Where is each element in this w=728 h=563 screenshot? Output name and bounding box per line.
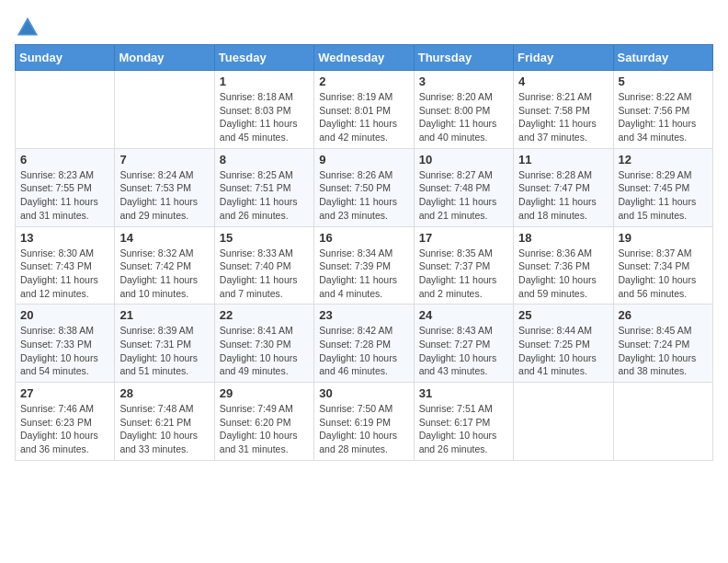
- calendar-cell: 16Sunrise: 8:34 AM Sunset: 7:39 PM Dayli…: [314, 226, 414, 304]
- calendar-cell: 7Sunrise: 8:24 AM Sunset: 7:53 PM Daylig…: [115, 148, 214, 226]
- weekday-header-friday: Friday: [514, 45, 613, 71]
- calendar-cell: 17Sunrise: 8:35 AM Sunset: 7:37 PM Dayli…: [414, 226, 513, 304]
- day-number: 12: [619, 153, 708, 167]
- day-info: Sunrise: 8:26 AM Sunset: 7:50 PM Dayligh…: [319, 168, 408, 223]
- calendar-cell: 29Sunrise: 7:49 AM Sunset: 6:20 PM Dayli…: [214, 383, 313, 461]
- day-number: 5: [619, 75, 708, 88]
- calendar-week-row: 27Sunrise: 7:46 AM Sunset: 6:23 PM Dayli…: [16, 383, 713, 461]
- weekday-header-wednesday: Wednesday: [314, 45, 414, 71]
- day-number: 10: [419, 153, 508, 167]
- calendar-cell: 5Sunrise: 8:22 AM Sunset: 7:56 PM Daylig…: [613, 71, 712, 149]
- day-number: 22: [220, 308, 309, 322]
- calendar-cell: 25Sunrise: 8:44 AM Sunset: 7:25 PM Dayli…: [514, 304, 613, 383]
- day-info: Sunrise: 8:37 AM Sunset: 7:34 PM Dayligh…: [619, 247, 708, 301]
- calendar-cell: 28Sunrise: 7:48 AM Sunset: 6:21 PM Dayli…: [115, 383, 214, 461]
- calendar-cell: 27Sunrise: 7:46 AM Sunset: 6:23 PM Dayli…: [16, 383, 115, 461]
- day-info: Sunrise: 8:30 AM Sunset: 7:43 PM Dayligh…: [20, 247, 109, 301]
- calendar-week-row: 6Sunrise: 8:23 AM Sunset: 7:55 PM Daylig…: [16, 148, 713, 226]
- calendar-cell: 15Sunrise: 8:33 AM Sunset: 7:40 PM Dayli…: [214, 226, 313, 304]
- day-info: Sunrise: 7:46 AM Sunset: 6:23 PM Dayligh…: [20, 402, 109, 456]
- calendar-cell: 4Sunrise: 8:21 AM Sunset: 7:58 PM Daylig…: [514, 71, 613, 149]
- calendar-cell: 19Sunrise: 8:37 AM Sunset: 7:34 PM Dayli…: [613, 226, 712, 304]
- calendar-cell: 10Sunrise: 8:27 AM Sunset: 7:48 PM Dayli…: [414, 148, 513, 226]
- day-info: Sunrise: 8:34 AM Sunset: 7:39 PM Dayligh…: [319, 247, 408, 301]
- day-info: Sunrise: 8:23 AM Sunset: 7:55 PM Dayligh…: [20, 168, 109, 223]
- calendar-cell: [16, 71, 115, 149]
- day-info: Sunrise: 8:44 AM Sunset: 7:25 PM Dayligh…: [518, 324, 608, 378]
- calendar-cell: 3Sunrise: 8:20 AM Sunset: 8:00 PM Daylig…: [414, 71, 513, 149]
- day-number: 3: [419, 75, 508, 88]
- weekday-header-row: SundayMondayTuesdayWednesdayThursdayFrid…: [16, 45, 713, 71]
- day-number: 19: [619, 231, 708, 245]
- day-info: Sunrise: 7:50 AM Sunset: 6:19 PM Dayligh…: [319, 402, 408, 456]
- day-info: Sunrise: 8:38 AM Sunset: 7:33 PM Dayligh…: [20, 324, 109, 378]
- day-number: 1: [220, 75, 309, 88]
- calendar-week-row: 1Sunrise: 8:18 AM Sunset: 8:03 PM Daylig…: [16, 71, 713, 149]
- day-number: 7: [119, 153, 209, 167]
- day-number: 13: [20, 231, 109, 245]
- weekday-header-thursday: Thursday: [414, 45, 513, 71]
- calendar-cell: 21Sunrise: 8:39 AM Sunset: 7:31 PM Dayli…: [115, 304, 214, 383]
- calendar-week-row: 13Sunrise: 8:30 AM Sunset: 7:43 PM Dayli…: [16, 226, 713, 304]
- calendar-week-row: 20Sunrise: 8:38 AM Sunset: 7:33 PM Dayli…: [16, 304, 713, 383]
- day-info: Sunrise: 8:19 AM Sunset: 8:01 PM Dayligh…: [319, 90, 408, 144]
- day-info: Sunrise: 8:43 AM Sunset: 7:27 PM Dayligh…: [419, 324, 508, 378]
- calendar-cell: 6Sunrise: 8:23 AM Sunset: 7:55 PM Daylig…: [16, 148, 115, 226]
- weekday-header-sunday: Sunday: [16, 45, 115, 71]
- calendar-cell: [514, 383, 613, 461]
- day-number: 16: [319, 231, 408, 245]
- day-number: 29: [220, 386, 309, 400]
- day-number: 25: [518, 308, 608, 322]
- day-info: Sunrise: 8:41 AM Sunset: 7:30 PM Dayligh…: [220, 324, 309, 378]
- calendar-cell: 1Sunrise: 8:18 AM Sunset: 8:03 PM Daylig…: [214, 71, 313, 149]
- day-number: 14: [119, 231, 209, 245]
- day-info: Sunrise: 8:20 AM Sunset: 8:00 PM Dayligh…: [419, 90, 508, 144]
- day-number: 6: [20, 153, 109, 167]
- day-info: Sunrise: 8:35 AM Sunset: 7:37 PM Dayligh…: [419, 247, 508, 301]
- day-info: Sunrise: 7:49 AM Sunset: 6:20 PM Dayligh…: [220, 402, 309, 456]
- calendar-cell: [115, 71, 214, 149]
- calendar-cell: 11Sunrise: 8:28 AM Sunset: 7:47 PM Dayli…: [514, 148, 613, 226]
- day-info: Sunrise: 8:27 AM Sunset: 7:48 PM Dayligh…: [419, 168, 508, 223]
- day-info: Sunrise: 8:22 AM Sunset: 7:56 PM Dayligh…: [619, 90, 708, 144]
- calendar-cell: 9Sunrise: 8:26 AM Sunset: 7:50 PM Daylig…: [314, 148, 414, 226]
- calendar-cell: 8Sunrise: 8:25 AM Sunset: 7:51 PM Daylig…: [214, 148, 313, 226]
- calendar-cell: 18Sunrise: 8:36 AM Sunset: 7:36 PM Dayli…: [514, 226, 613, 304]
- day-number: 31: [419, 386, 508, 400]
- day-info: Sunrise: 8:39 AM Sunset: 7:31 PM Dayligh…: [119, 324, 209, 378]
- logo: [15, 15, 44, 40]
- day-number: 11: [518, 153, 608, 167]
- calendar-cell: 2Sunrise: 8:19 AM Sunset: 8:01 PM Daylig…: [314, 71, 414, 149]
- day-number: 26: [619, 308, 708, 322]
- calendar-cell: 13Sunrise: 8:30 AM Sunset: 7:43 PM Dayli…: [16, 226, 115, 304]
- calendar-cell: 26Sunrise: 8:45 AM Sunset: 7:24 PM Dayli…: [613, 304, 712, 383]
- page-header: [15, 15, 713, 40]
- day-info: Sunrise: 8:42 AM Sunset: 7:28 PM Dayligh…: [319, 324, 408, 378]
- calendar-cell: 30Sunrise: 7:50 AM Sunset: 6:19 PM Dayli…: [314, 383, 414, 461]
- day-info: Sunrise: 8:33 AM Sunset: 7:40 PM Dayligh…: [220, 247, 309, 301]
- day-number: 23: [319, 308, 408, 322]
- logo-icon: [15, 15, 40, 40]
- day-number: 28: [119, 386, 209, 400]
- day-info: Sunrise: 7:48 AM Sunset: 6:21 PM Dayligh…: [119, 402, 209, 456]
- day-number: 24: [419, 308, 508, 322]
- day-info: Sunrise: 8:29 AM Sunset: 7:45 PM Dayligh…: [619, 168, 708, 223]
- weekday-header-tuesday: Tuesday: [214, 45, 313, 71]
- weekday-header-saturday: Saturday: [613, 45, 712, 71]
- day-info: Sunrise: 8:45 AM Sunset: 7:24 PM Dayligh…: [619, 324, 708, 378]
- calendar-cell: 22Sunrise: 8:41 AM Sunset: 7:30 PM Dayli…: [214, 304, 313, 383]
- calendar-cell: 12Sunrise: 8:29 AM Sunset: 7:45 PM Dayli…: [613, 148, 712, 226]
- day-number: 4: [518, 75, 608, 88]
- day-info: Sunrise: 8:18 AM Sunset: 8:03 PM Dayligh…: [220, 90, 309, 144]
- day-info: Sunrise: 8:28 AM Sunset: 7:47 PM Dayligh…: [518, 168, 608, 223]
- day-info: Sunrise: 8:21 AM Sunset: 7:58 PM Dayligh…: [518, 90, 608, 144]
- calendar-cell: 20Sunrise: 8:38 AM Sunset: 7:33 PM Dayli…: [16, 304, 115, 383]
- calendar-cell: 23Sunrise: 8:42 AM Sunset: 7:28 PM Dayli…: [314, 304, 414, 383]
- day-info: Sunrise: 7:51 AM Sunset: 6:17 PM Dayligh…: [419, 402, 508, 456]
- day-number: 15: [220, 231, 309, 245]
- calendar-cell: 14Sunrise: 8:32 AM Sunset: 7:42 PM Dayli…: [115, 226, 214, 304]
- weekday-header-monday: Monday: [115, 45, 214, 71]
- day-info: Sunrise: 8:32 AM Sunset: 7:42 PM Dayligh…: [119, 247, 209, 301]
- day-number: 21: [119, 308, 209, 322]
- calendar-cell: 24Sunrise: 8:43 AM Sunset: 7:27 PM Dayli…: [414, 304, 513, 383]
